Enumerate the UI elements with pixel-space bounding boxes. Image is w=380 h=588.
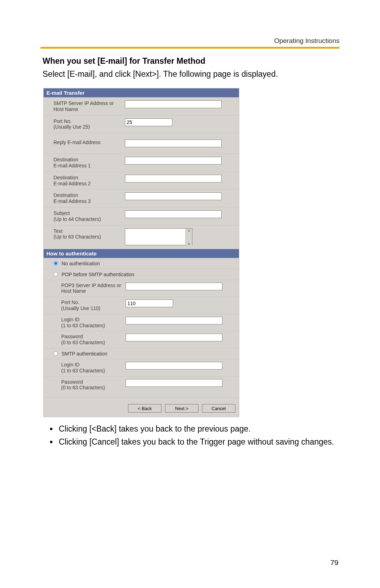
text-body-input[interactable] <box>125 228 192 245</box>
section-header-authentication: How to authenticate <box>44 249 239 258</box>
section-header-email-transfer: E-mail Transfer <box>44 88 239 97</box>
pop-server-input[interactable] <box>126 283 222 290</box>
reply-email-input[interactable] <box>125 140 222 147</box>
dest2-input[interactable] <box>125 175 222 182</box>
pop-port-label: Port No. (Usually Use 110) <box>61 299 126 311</box>
pop-port-input[interactable] <box>126 299 173 307</box>
subject-label: Subject (Up to 44 Characters) <box>53 210 125 222</box>
smtp-password-input[interactable] <box>126 379 222 387</box>
header-label: Operating Instructions <box>40 37 340 45</box>
cancel-button[interactable]: Cancel <box>202 404 235 413</box>
reply-email-label: Reply E-mail Address <box>53 140 125 146</box>
next-button[interactable]: Next > <box>165 404 198 413</box>
dest1-input[interactable] <box>125 157 222 165</box>
auth-smtp-radio[interactable] <box>53 351 58 356</box>
pop-password-input[interactable] <box>126 334 222 341</box>
divider <box>40 47 340 49</box>
intro-text: Select [E-mail], and click [Next>]. The … <box>43 69 340 80</box>
smtp-port-input[interactable] <box>125 118 172 126</box>
smtp-server-input[interactable] <box>125 100 222 108</box>
dest3-input[interactable] <box>125 192 222 200</box>
scrollbar-stub: ▲▼ <box>185 229 192 246</box>
smtp-password-label: Password (0 to 63 Characters) <box>61 379 126 391</box>
auth-smtp-label: SMTP authentication <box>62 351 107 357</box>
smtp-login-label: Login ID (1 to 63 Characters) <box>61 362 126 374</box>
page-number: 79 <box>330 558 338 567</box>
note-item: Clicking [Cancel] takes you back to the … <box>57 437 340 447</box>
email-transfer-dialog: E-mail Transfer SMTP Server IP Address o… <box>43 88 239 417</box>
auth-none-radio[interactable] <box>53 261 58 266</box>
auth-pop-label: POP before SMTP authentication <box>62 272 134 277</box>
dest3-label: Destination E-mail Address 3 <box>53 192 125 204</box>
pop-login-input[interactable] <box>126 317 222 324</box>
text-body-label: Text (Up to 63 Characters) <box>53 228 125 240</box>
subject-input[interactable] <box>125 210 222 218</box>
smtp-port-label: Port No. (Usually Use 25) <box>53 118 125 130</box>
note-item: Clicking [<Back] takes you back to the p… <box>57 423 340 434</box>
pop-password-label: Password (0 to 63 Characters) <box>61 334 126 346</box>
auth-none-label: No authentication <box>62 261 100 266</box>
notes-list: Clicking [<Back] takes you back to the p… <box>57 423 340 447</box>
smtp-server-label: SMTP Server IP Address or Host Name <box>53 100 125 112</box>
pop-login-label: Login ID (1 to 63 Characters) <box>61 317 126 329</box>
dest2-label: Destination E-mail Address 2 <box>53 175 125 187</box>
dest1-label: Destination E-mail Address 1 <box>53 157 125 169</box>
smtp-login-input[interactable] <box>126 362 222 370</box>
auth-pop-radio[interactable] <box>53 272 58 277</box>
section-heading: When you set [E-mail] for Transfer Metho… <box>43 56 340 66</box>
back-button[interactable]: < Back <box>128 404 162 413</box>
pop-server-label: POP3 Server IP Address or Host Name <box>61 283 126 295</box>
